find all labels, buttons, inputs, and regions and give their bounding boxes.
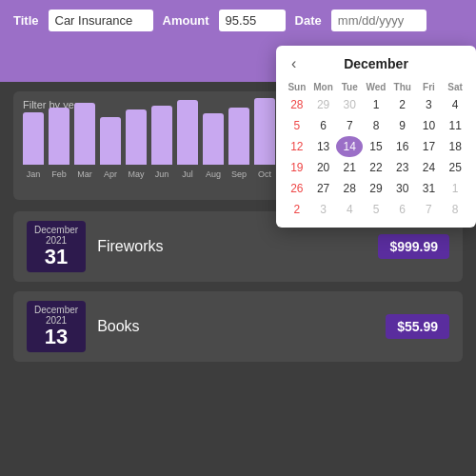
bar-col-jun[interactable]: Jun xyxy=(151,106,172,179)
cal-day[interactable]: 4 xyxy=(336,199,363,220)
bar-col-aug[interactable]: Aug xyxy=(203,113,224,179)
bar-feb xyxy=(49,108,69,165)
cal-day[interactable]: 25 xyxy=(442,157,468,178)
bar-month-label: Jun xyxy=(155,169,169,179)
bar-apr xyxy=(100,117,121,165)
amount-input[interactable] xyxy=(219,10,286,31)
title-label: Title xyxy=(13,13,39,28)
cal-day[interactable]: 3 xyxy=(416,94,443,115)
bar-col-mar[interactable]: Mar xyxy=(74,103,95,179)
cal-day[interactable]: 8 xyxy=(363,115,389,136)
bar-month-label: Apr xyxy=(104,169,117,179)
bar-month-label: Aug xyxy=(206,169,221,179)
cal-day[interactable]: 30 xyxy=(336,94,363,115)
calendar-grid: SunMonTueWedThuFriSat2829301234567891011… xyxy=(284,80,468,220)
cal-day[interactable]: 9 xyxy=(389,115,416,136)
bar-col-apr[interactable]: Apr xyxy=(100,117,121,179)
cal-dow-label: Wed xyxy=(363,80,389,94)
bar-col-feb[interactable]: Feb xyxy=(49,108,69,179)
cal-day[interactable]: 7 xyxy=(416,199,443,220)
cal-day[interactable]: 20 xyxy=(310,157,337,178)
expense-date-box: December 202113 xyxy=(27,301,86,352)
cal-dow-label: Tue xyxy=(336,80,363,94)
expense-day: 13 xyxy=(34,326,78,348)
cal-day[interactable]: 6 xyxy=(389,199,416,220)
bar-col-sep[interactable]: Sep xyxy=(228,108,249,179)
bar-month-label: May xyxy=(128,169,144,179)
date-input[interactable] xyxy=(331,10,426,31)
expense-day: 31 xyxy=(34,246,78,268)
title-input[interactable] xyxy=(49,10,153,31)
cal-day[interactable]: 28 xyxy=(336,178,363,199)
cal-day[interactable]: 6 xyxy=(310,115,337,136)
cal-day[interactable]: 10 xyxy=(416,115,443,136)
cal-day[interactable]: 8 xyxy=(442,199,468,220)
cal-day[interactable]: 7 xyxy=(336,115,363,136)
cal-day[interactable]: 22 xyxy=(363,157,389,178)
cal-day[interactable]: 23 xyxy=(389,157,416,178)
bar-jul xyxy=(177,100,198,165)
cal-day[interactable]: 17 xyxy=(416,136,443,157)
date-label: Date xyxy=(295,13,322,28)
cal-day[interactable]: 5 xyxy=(284,115,310,136)
cal-day[interactable]: 26 xyxy=(284,178,310,199)
bar-col-jul[interactable]: Jul xyxy=(177,100,198,179)
expense-amount[interactable]: $999.99 xyxy=(378,234,449,259)
cal-day[interactable]: 11 xyxy=(442,115,468,136)
cal-day[interactable]: 27 xyxy=(310,178,337,199)
cal-prev-button[interactable]: ‹ xyxy=(286,53,302,74)
cal-day[interactable]: 1 xyxy=(442,178,468,199)
expense-name: Fireworks xyxy=(97,238,367,255)
expense-month-year: December 2021 xyxy=(34,225,78,246)
cal-day-today[interactable]: 14 xyxy=(336,136,363,157)
cal-day[interactable]: 3 xyxy=(310,199,337,220)
expense-amount[interactable]: $55.99 xyxy=(386,314,449,339)
cal-day[interactable]: 28 xyxy=(284,94,310,115)
cal-day[interactable]: 16 xyxy=(389,136,416,157)
bar-jun xyxy=(151,106,172,165)
cal-day[interactable]: 29 xyxy=(310,94,337,115)
cal-dow-label: Sun xyxy=(284,80,310,94)
bar-col-oct[interactable]: Oct xyxy=(254,98,275,179)
bar-aug xyxy=(203,113,224,165)
cal-day[interactable]: 13 xyxy=(310,136,337,157)
bar-may xyxy=(126,109,147,165)
bar-col-jan[interactable]: Jan xyxy=(23,112,44,179)
cal-day[interactable]: 19 xyxy=(284,157,310,178)
cal-day[interactable]: 29 xyxy=(363,178,389,199)
bar-month-label: Jul xyxy=(182,169,193,179)
cal-day[interactable]: 1 xyxy=(363,94,389,115)
bar-sep xyxy=(228,108,249,165)
amount-label: Amount xyxy=(163,13,209,28)
cal-dow-label: Mon xyxy=(310,80,337,94)
bar-jan xyxy=(23,112,44,165)
bar-month-label: Mar xyxy=(77,169,92,179)
cal-day[interactable]: 4 xyxy=(442,94,468,115)
calendar-header: ‹ December › xyxy=(284,53,468,74)
expense-month-year: December 2021 xyxy=(34,305,78,326)
cal-dow-label: Thu xyxy=(389,80,416,94)
bar-month-label: Jan xyxy=(27,169,41,179)
cal-day[interactable]: 31 xyxy=(416,178,443,199)
top-bar: Title Amount Date xyxy=(0,0,476,41)
cal-day[interactable]: 24 xyxy=(416,157,443,178)
expense-name: Books xyxy=(97,318,374,335)
cal-dow-label: Sat xyxy=(442,80,468,94)
expense-item: December 202113Books$55.99 xyxy=(13,291,463,362)
bar-oct xyxy=(254,98,275,165)
cal-day[interactable]: 21 xyxy=(336,157,363,178)
calendar-popup: ‹ December › SunMonTueWedThuFriSat282930… xyxy=(276,46,476,228)
bar-month-label: Oct xyxy=(258,169,271,179)
cal-day[interactable]: 18 xyxy=(442,136,468,157)
cal-day[interactable]: 2 xyxy=(389,94,416,115)
bar-mar xyxy=(74,103,95,165)
cal-day[interactable]: 5 xyxy=(363,199,389,220)
cal-dow-label: Fri xyxy=(416,80,443,94)
cal-day[interactable]: 2 xyxy=(284,199,310,220)
cal-day[interactable]: 30 xyxy=(389,178,416,199)
expense-date-box: December 202131 xyxy=(27,221,86,272)
bar-col-may[interactable]: May xyxy=(126,109,147,179)
cal-day[interactable]: 15 xyxy=(363,136,389,157)
cal-day[interactable]: 12 xyxy=(284,136,310,157)
bar-month-label: Feb xyxy=(51,169,67,179)
